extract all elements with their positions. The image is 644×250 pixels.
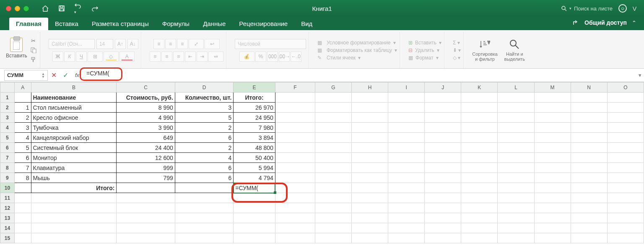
cell-E4[interactable]: 7 980	[234, 123, 275, 133]
cell-G8[interactable]	[315, 163, 351, 173]
cell-M9[interactable]	[534, 173, 571, 183]
cell-M4[interactable]	[534, 123, 571, 133]
font-name-combo[interactable]: Calibri (Осн...	[49, 39, 95, 49]
decrease-font-icon[interactable]: A↓	[127, 39, 138, 49]
align-bottom-icon[interactable]: ≡	[177, 39, 188, 49]
cell-I15[interactable]	[388, 233, 425, 243]
cell-D5[interactable]: 6	[175, 133, 233, 143]
cell-H12[interactable]	[352, 203, 388, 213]
row-header-2[interactable]: 2	[0, 103, 15, 113]
cell-I10[interactable]	[388, 183, 425, 193]
cell-B7[interactable]: Монитор	[31, 153, 117, 163]
cell-G3[interactable]	[315, 113, 351, 123]
cell-D14[interactable]	[175, 223, 233, 233]
cell-B11[interactable]	[31, 193, 117, 203]
cell-J12[interactable]	[425, 203, 461, 213]
cell-C6[interactable]: 24 400	[117, 143, 175, 153]
cell-H8[interactable]	[352, 163, 388, 173]
cell-E7[interactable]: 50 400	[234, 153, 275, 163]
cell-A10[interactable]	[14, 183, 31, 193]
tab-review[interactable]: Рецензирование	[232, 18, 294, 30]
cell-N10[interactable]	[571, 183, 607, 193]
cell-G9[interactable]	[315, 173, 351, 183]
row-header-5[interactable]: 5	[0, 133, 15, 143]
col-header-O[interactable]: O	[607, 82, 644, 93]
undo-icon[interactable]: ▾	[74, 3, 82, 15]
cell-C3[interactable]: 4 990	[117, 113, 175, 123]
cell-F7[interactable]	[275, 153, 315, 163]
cell-H2[interactable]	[352, 103, 388, 113]
cell-B8[interactable]: Клавиатура	[31, 163, 117, 173]
cell-E12[interactable]	[234, 203, 275, 213]
row-header-11[interactable]: 11	[0, 193, 15, 203]
cell-N7[interactable]	[571, 153, 607, 163]
clear-button[interactable]: ◇ ▾	[453, 55, 461, 61]
cell-E14[interactable]	[234, 223, 275, 233]
align-right-icon[interactable]: ≡	[173, 52, 184, 62]
cell-A3[interactable]: 2	[14, 113, 31, 123]
name-box[interactable]: СУММ ▲▼	[4, 70, 48, 81]
cell-J13[interactable]	[425, 213, 461, 223]
col-header-K[interactable]: K	[461, 82, 498, 93]
spreadsheet-grid[interactable]: ABCDEFGHIJKLMNO1 Наименование Стоимость,…	[0, 82, 644, 243]
cell-L6[interactable]	[498, 143, 534, 153]
zoom-window-button[interactable]	[23, 6, 29, 11]
delete-cells-button[interactable]: ⊟Удалить ▾	[408, 47, 441, 53]
cell-J15[interactable]	[425, 233, 461, 243]
cell-A9[interactable]: 8	[14, 173, 31, 183]
cell-K8[interactable]	[461, 163, 498, 173]
cell-D4[interactable]: 2	[175, 123, 233, 133]
cell-N11[interactable]	[571, 193, 607, 203]
cell-C2[interactable]: 8 990	[117, 103, 175, 113]
cell-I2[interactable]	[388, 103, 425, 113]
cell-A5[interactable]: 4	[14, 133, 31, 143]
cell-E6[interactable]: 48 800	[234, 143, 275, 153]
cell-H3[interactable]	[352, 113, 388, 123]
cell-C15[interactable]	[117, 233, 175, 243]
cut-icon[interactable]: ✂	[30, 38, 37, 44]
cell-E5[interactable]: 3 894	[234, 133, 275, 143]
fill-button[interactable]: ⬇ ▾	[453, 47, 461, 53]
cell-O12[interactable]	[607, 203, 644, 213]
cell-O1[interactable]	[607, 93, 644, 103]
cell-B9[interactable]: Мышь	[31, 173, 117, 183]
cell-N6[interactable]	[571, 143, 607, 153]
cell-N14[interactable]	[571, 223, 607, 233]
cell-E8[interactable]: 5 994	[234, 163, 275, 173]
titlebar-chevron-icon[interactable]: ⋁	[633, 6, 636, 11]
cell-A12[interactable]	[14, 203, 31, 213]
cell-O4[interactable]	[607, 123, 644, 133]
cell-M10[interactable]	[534, 183, 571, 193]
cell-N9[interactable]	[571, 173, 607, 183]
cell-A2[interactable]: 1	[14, 103, 31, 113]
cell-H10[interactable]	[352, 183, 388, 193]
cell-M14[interactable]	[534, 223, 571, 233]
cell-J2[interactable]	[425, 103, 461, 113]
cell-E13[interactable]	[234, 213, 275, 223]
cell-F15[interactable]	[275, 233, 315, 243]
cell-E15[interactable]	[234, 233, 275, 243]
currency-icon[interactable]: 💰	[239, 52, 254, 62]
cell-styles-button[interactable]: ✎Стили ячеек ▾	[317, 55, 397, 61]
cell-N3[interactable]	[571, 113, 607, 123]
cell-H1[interactable]	[352, 93, 388, 103]
cell-M6[interactable]	[534, 143, 571, 153]
cell-D10[interactable]	[175, 183, 233, 193]
cell-G5[interactable]	[315, 133, 351, 143]
cell-F2[interactable]	[275, 103, 315, 113]
tab-view[interactable]: Вид	[294, 18, 319, 30]
cell-J7[interactable]	[425, 153, 461, 163]
cell-I13[interactable]	[388, 213, 425, 223]
cell-O7[interactable]	[607, 153, 644, 163]
cell-K15[interactable]	[461, 233, 498, 243]
cell-M1[interactable]	[534, 93, 571, 103]
share-icon[interactable]	[573, 20, 579, 26]
cell-A1[interactable]	[14, 93, 31, 103]
row-header-9[interactable]: 9	[0, 173, 15, 183]
fill-color-button[interactable]: ◇	[104, 52, 119, 62]
cell-I11[interactable]	[388, 193, 425, 203]
cell-C9[interactable]: 799	[117, 173, 175, 183]
cell-H9[interactable]	[352, 173, 388, 183]
cell-O14[interactable]	[607, 223, 644, 233]
cell-N8[interactable]	[571, 163, 607, 173]
